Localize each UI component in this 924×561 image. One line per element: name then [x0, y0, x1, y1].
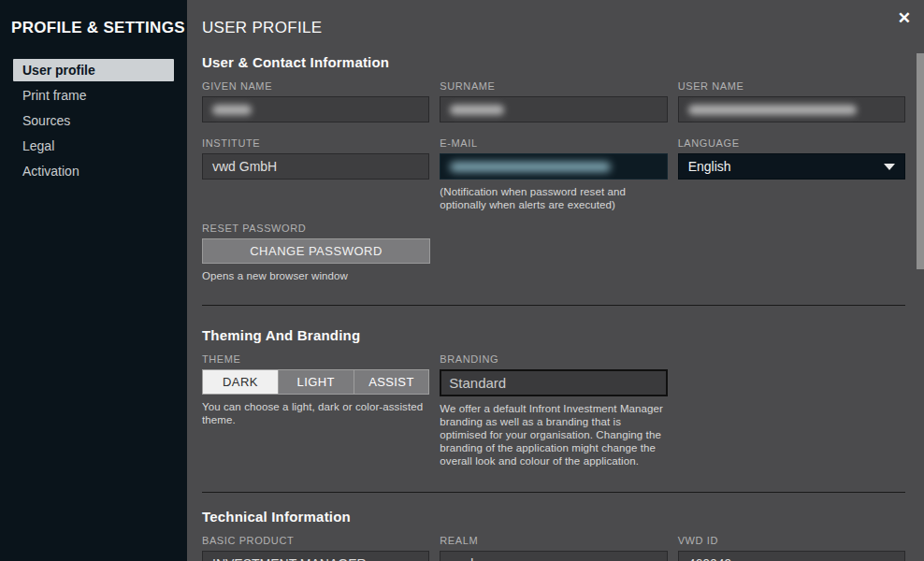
sidebar-item-label: Print frame	[22, 88, 86, 103]
branding-note: We offer a default Infront Investment Ma…	[440, 402, 667, 468]
institute-input[interactable]: vwd GmbH	[202, 153, 429, 180]
basic-product-label: BASIC PRODUCT	[202, 535, 429, 546]
reset-password-block: RESET PASSWORD CHANGE PASSWORD Opens a n…	[202, 223, 430, 282]
field-realm: REALM vwd	[440, 535, 667, 561]
sidebar-item-print-frame[interactable]: Print frame	[13, 84, 174, 107]
section-divider	[202, 305, 905, 306]
user-name-input[interactable]	[678, 96, 905, 122]
sidebar-item-sources[interactable]: Sources	[13, 109, 174, 132]
field-branding: BRANDING Standard We offer a default Inf…	[440, 353, 667, 468]
theme-option-dark[interactable]: DARK	[203, 370, 279, 394]
theme-note: You can choose a light, dark or color-as…	[202, 400, 429, 426]
panel-content: USER PROFILE User & Contact Information …	[187, 0, 924, 561]
section-divider	[202, 492, 905, 493]
institute-label: INSTITUTE	[202, 137, 429, 149]
sidebar-nav: User profile Print frame Sources Legal A…	[0, 59, 187, 182]
institute-value: vwd GmbH	[212, 159, 277, 174]
scrollbar-track[interactable]	[917, 0, 924, 561]
theme-label: THEME	[202, 353, 429, 365]
given-name-label: GIVEN NAME	[202, 80, 429, 92]
sidebar-item-legal[interactable]: Legal	[13, 135, 174, 157]
user-profile-panel: ✕ USER PROFILE User & Contact Informatio…	[187, 0, 924, 561]
reset-password-label: RESET PASSWORD	[202, 223, 430, 234]
email-input[interactable]	[440, 153, 667, 180]
branding-select[interactable]: Standard	[440, 369, 667, 396]
branding-value: Standard	[449, 375, 506, 391]
theming-grid-spacer	[678, 353, 905, 468]
email-note: (Notification when password reset and op…	[440, 185, 667, 211]
email-label: E-MAIL	[440, 137, 667, 149]
language-select[interactable]: English	[678, 153, 905, 180]
chevron-down-icon	[884, 164, 895, 170]
redacted-value	[450, 162, 611, 172]
field-vwd-id: VWD ID 460049	[678, 535, 905, 561]
close-icon[interactable]: ✕	[898, 9, 911, 28]
realm-label: REALM	[440, 535, 667, 546]
sidebar-title: PROFILE & SETTINGS	[0, 0, 187, 37]
section-title-technical: Technical Information	[202, 509, 905, 525]
theme-option-light[interactable]: LIGHT	[279, 370, 354, 394]
sidebar-item-label: Activation	[22, 164, 79, 179]
surname-label: SURNAME	[440, 80, 667, 92]
surname-input[interactable]	[440, 96, 667, 122]
field-theme: THEME DARK LIGHT ASSIST You can choose a…	[202, 353, 429, 468]
theme-option-assist[interactable]: ASSIST	[354, 370, 429, 394]
theming-grid: THEME DARK LIGHT ASSIST You can choose a…	[202, 353, 905, 468]
field-email: E-MAIL (Notification when password reset…	[440, 137, 667, 211]
reset-password-note: Opens a new browser window	[202, 269, 430, 282]
branding-label: BRANDING	[440, 353, 667, 365]
redacted-value	[688, 105, 857, 115]
basic-product-value: INVESTMENT MANAGER	[212, 556, 367, 561]
scrollbar-thumb[interactable]	[917, 53, 924, 269]
user-name-label: USER NAME	[678, 80, 905, 92]
language-label: LANGUAGE	[678, 137, 905, 149]
vwd-id-value: 460049	[688, 556, 732, 561]
realm-input[interactable]: vwd	[440, 551, 667, 561]
contact-grid-row2: INSTITUTE vwd GmbH E-MAIL (Notification …	[202, 137, 905, 211]
realm-value: vwd	[450, 556, 473, 561]
field-user-name: USER NAME	[678, 80, 905, 122]
sidebar-item-user-profile[interactable]: User profile	[13, 59, 174, 81]
sidebar-item-label: User profile	[22, 63, 95, 78]
vwd-id-label: VWD ID	[678, 535, 905, 546]
redacted-value	[450, 105, 504, 115]
settings-sidebar: PROFILE & SETTINGS User profile Print fr…	[0, 0, 187, 561]
field-institute: INSTITUTE vwd GmbH	[202, 137, 429, 211]
language-value: English	[688, 159, 731, 174]
section-title-theming: Theming And Branding	[202, 327, 905, 343]
technical-grid: BASIC PRODUCT INVESTMENT MANAGER REALM v…	[202, 535, 905, 561]
field-surname: SURNAME	[440, 80, 667, 122]
redacted-value	[212, 105, 252, 115]
change-password-button[interactable]: CHANGE PASSWORD	[202, 238, 430, 264]
field-given-name: GIVEN NAME	[202, 80, 429, 122]
basic-product-input[interactable]: INVESTMENT MANAGER	[202, 551, 429, 561]
theme-switcher: DARK LIGHT ASSIST	[202, 369, 429, 395]
field-basic-product: BASIC PRODUCT INVESTMENT MANAGER	[202, 535, 429, 561]
section-title-contact: User & Contact Information	[202, 54, 905, 70]
sidebar-item-label: Legal	[22, 138, 54, 153]
sidebar-item-label: Sources	[22, 113, 70, 128]
vwd-id-input[interactable]: 460049	[678, 551, 905, 561]
sidebar-item-activation[interactable]: Activation	[13, 160, 174, 182]
given-name-input[interactable]	[202, 96, 429, 122]
contact-grid-row1: GIVEN NAME SURNAME USER NAME	[202, 80, 905, 122]
field-language: LANGUAGE English	[678, 137, 905, 211]
page-title: USER PROFILE	[202, 19, 905, 37]
